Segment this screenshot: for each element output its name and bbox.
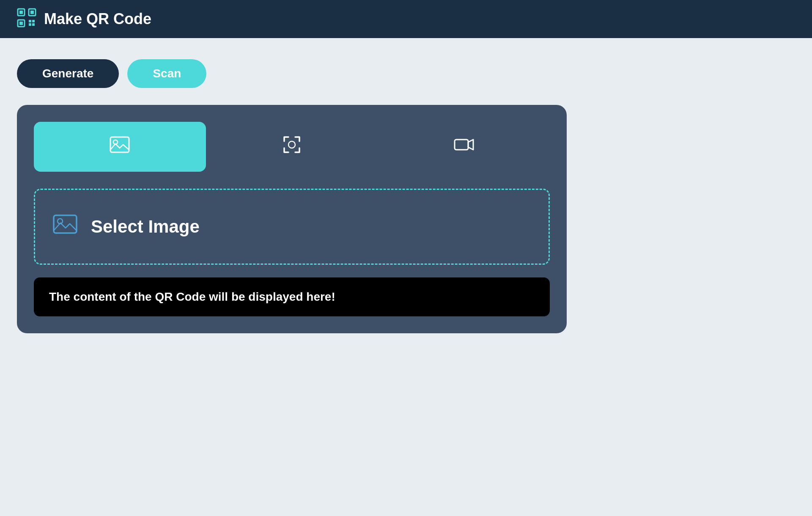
svg-rect-5 [19,22,23,25]
video-icon [453,134,475,160]
image-drop-zone[interactable]: Select Image [34,189,550,265]
svg-rect-6 [29,20,31,22]
tab-camera[interactable] [206,122,378,172]
main-content: Generate Scan [0,38,592,354]
qr-result-bar: The content of the QR Code will be displ… [34,277,550,316]
select-image-icon [52,211,78,242]
tab-image[interactable] [34,122,206,172]
svg-rect-8 [29,23,31,26]
qr-result-text: The content of the QR Code will be displ… [49,290,335,303]
app-title: Make QR Code [44,10,151,28]
select-image-label: Select Image [91,217,200,237]
tab-video[interactable] [378,122,550,172]
svg-rect-10 [110,137,129,152]
svg-rect-9 [32,23,35,26]
svg-rect-7 [32,20,35,22]
scan-panel: Select Image The content of the QR Code … [17,105,567,333]
generate-tab-button[interactable]: Generate [17,59,119,88]
scan-icon [281,134,303,160]
svg-rect-1 [19,11,23,14]
app-header: Make QR Code [0,0,812,38]
mode-tabs: Generate Scan [17,59,575,88]
scan-method-tabs [34,122,550,172]
svg-rect-3 [30,11,34,14]
app-icon [17,8,36,30]
image-icon [109,134,131,160]
svg-rect-14 [54,215,77,233]
scan-tab-button[interactable]: Scan [127,59,206,88]
svg-point-12 [288,141,295,148]
svg-rect-13 [455,140,468,150]
